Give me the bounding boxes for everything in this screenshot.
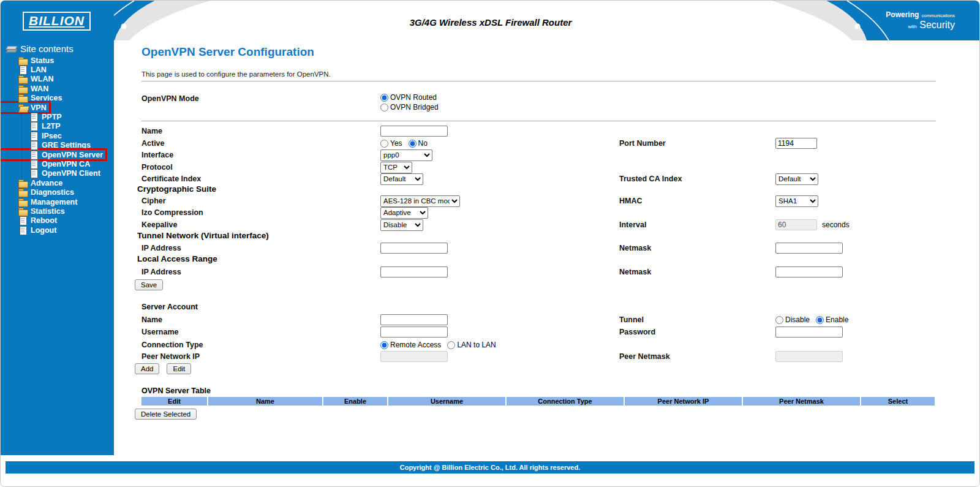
name-row: Name [141,125,962,137]
add-edit-button-row: Add Edit [135,363,191,374]
table-col-peer-netmask: Peer Netmask [743,397,860,406]
trusted-ca-index-select[interactable]: Default [775,173,818,185]
table-col-peer-network-ip: Peer Network IP [625,397,742,406]
table-col-connection-type: Connection Type [507,397,624,406]
tunnel-network-heading: Tunnel Network (Virtual interface) [137,231,269,240]
folder-icon [18,179,28,187]
table-col-edit: Edit [141,397,207,406]
active-no-radio[interactable] [409,140,417,148]
sidebar-item-wlan[interactable]: WLAN [1,75,54,84]
ovpn-bridged-option[interactable]: OVPN Bridged [380,102,439,112]
lan-to-lan-radio[interactable] [447,341,455,349]
protocol-label: Protocol [141,161,173,173]
izo-compression-select[interactable]: Adaptive [380,207,428,219]
page-description: This page is used to configure the param… [141,70,331,78]
sidebar-item-status[interactable]: Status [1,56,54,65]
sidebar-item-label: GRE Settings [42,141,91,149]
sidebar-item-openvpn-ca[interactable]: OpenVPN CA [1,159,90,168]
folder-icon [18,198,28,206]
ovpn-bridged-radio[interactable] [380,104,388,111]
password-input[interactable] [775,327,843,338]
save-button[interactable]: Save [135,279,163,290]
port-number-input[interactable] [775,138,817,149]
certificate-index-select[interactable]: Default [380,173,423,185]
file-icon [29,132,39,140]
tunnel-ip-label: IP Address [141,242,181,254]
ovpn-routed-option[interactable]: OVPN Routed [380,92,437,102]
tunnel-netmask-input[interactable] [775,243,843,254]
interval-label: Interval [619,219,646,231]
local-ip-input[interactable] [380,266,448,277]
sidebar-item-reboot[interactable]: Reboot [1,216,57,225]
cryptographic-suite-heading: Cryptographic Suite [137,184,216,194]
sidebar-item-services[interactable]: Services [1,94,62,103]
local-ip-row: IP Address Netmask [141,266,962,278]
tunnel-disable-radio[interactable] [775,316,783,324]
sidebar-item-l2tp[interactable]: L2TP [1,122,61,131]
active-label: Active [141,137,165,149]
tunnel-disable-option[interactable]: Disable [775,315,810,324]
hmac-label: HMAC [619,195,643,207]
name-input[interactable] [380,126,448,137]
sidebar-item-label: OpenVPN Client [42,169,100,178]
edit-button[interactable]: Edit [167,363,191,374]
active-yes-option[interactable]: Yes [380,139,402,148]
active-no-option[interactable]: No [409,139,428,148]
local-access-range-heading: Local Access Range [137,254,217,263]
sidebar-item-advance[interactable]: Advance [1,178,62,187]
file-icon [29,160,39,168]
sidebar-item-openvpn-client[interactable]: OpenVPN Client [1,169,100,178]
table-col-enable: Enable [323,397,387,406]
lan-to-lan-option[interactable]: LAN to LAN [447,341,496,349]
izo-compression-row: Izo Compression Adaptive [141,206,962,219]
connection-type-row: Connection Type Remote Access LAN to LAN [141,339,962,351]
ovpn-server-table-heading: OVPN Server Table [141,387,211,395]
file-icon [29,169,39,178]
name-label: Name [141,125,162,137]
keepalive-select[interactable]: Disable [380,219,423,231]
protocol-select[interactable]: TCP [380,162,412,173]
hmac-select[interactable]: SHA1 [775,195,818,207]
sidebar-item-gre-settings[interactable]: GRE Settings [1,141,91,150]
table-col-username: Username [388,397,505,406]
sidebar-item-diagnostics[interactable]: Diagnostics [1,187,74,197]
sidebar-item-pptp[interactable]: PPTP [1,112,62,121]
cipher-select[interactable]: AES-128 in CBC mode [380,195,460,207]
local-netmask-input[interactable] [775,266,843,277]
divider [141,121,936,121]
username-label: Username [141,326,178,338]
add-button[interactable]: Add [135,363,159,374]
delete-selected-button[interactable]: Delete Selected [135,409,197,420]
interface-select[interactable]: ppp0 [380,149,432,161]
tunnel-enable-radio[interactable] [816,316,824,324]
protocol-row: Protocol TCP [141,161,962,173]
active-yes-radio[interactable] [380,140,388,148]
keepalive-row: Keepalive Disable Interval seconds [141,219,962,231]
tunnel-ip-input[interactable] [380,243,448,254]
sidebar-item-wan[interactable]: WAN [1,84,48,93]
username-row: Username Password [141,326,962,338]
table-col-name: Name [208,397,322,406]
sidebar-item-logout[interactable]: Logout [1,225,56,235]
sidebar-item-ipsec[interactable]: IPsec [1,131,62,140]
account-name-input[interactable] [380,314,448,325]
openvpn-mode-radio-group: OVPN Routed OVPN Bridged [380,92,439,112]
tunnel-label: Tunnel [619,314,644,326]
username-input[interactable] [380,327,448,338]
remote-access-option[interactable]: Remote Access [380,341,441,349]
folder-icon [18,188,28,197]
folder-icon [18,207,28,216]
file-icon [18,216,28,225]
tunnel-enable-option[interactable]: Enable [816,315,848,324]
local-netmask-label: Netmask [619,266,651,278]
sidebar-item-label: Advance [31,179,62,187]
remote-access-radio[interactable] [380,341,388,349]
ovpn-routed-radio[interactable] [380,94,388,102]
sidebar-item-label: PPTP [42,113,62,121]
sidebar-item-vpn[interactable]: VPN [1,103,49,112]
sidebar-item-management[interactable]: Management [1,197,77,206]
sidebar-item-openvpn-server[interactable]: OpenVPN Server [1,150,105,159]
interval-input [775,219,817,230]
sidebar-item-lan[interactable]: LAN [1,65,47,74]
tagline-communications: communications [922,13,955,18]
